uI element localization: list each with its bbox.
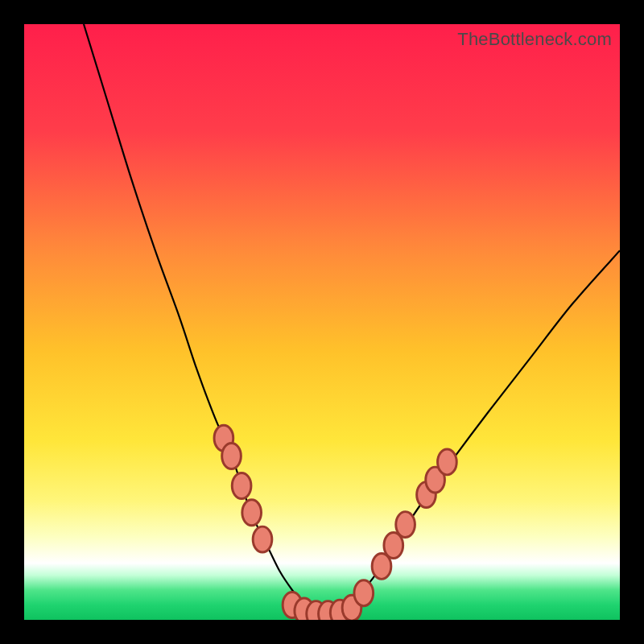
- plot-area: TheBottleneck.com: [24, 24, 620, 620]
- data-marker: [253, 526, 272, 552]
- data-marker: [232, 473, 251, 499]
- data-marker: [242, 500, 262, 526]
- data-marker: [222, 444, 242, 469]
- data-marker: [396, 512, 415, 538]
- data-marker: [438, 449, 457, 475]
- data-marker: [354, 580, 374, 606]
- watermark-text: TheBottleneck.com: [457, 29, 612, 50]
- chart-frame: TheBottleneck.com: [0, 0, 644, 644]
- bottleneck-curve: [24, 24, 620, 620]
